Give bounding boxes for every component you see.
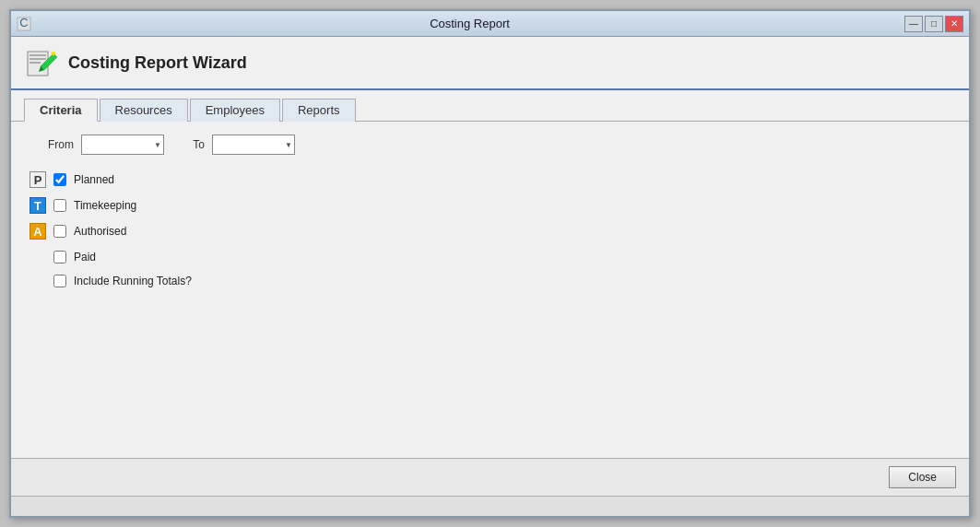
timekeeping-icon-badge: T (30, 197, 46, 214)
running-totals-label: Include Running Totals? (74, 275, 192, 287)
tab-criteria[interactable]: Criteria (24, 99, 98, 122)
planned-checkbox[interactable] (53, 173, 66, 186)
svg-rect-4 (30, 58, 46, 60)
timekeeping-label: Timekeeping (74, 199, 136, 212)
timekeeping-checkbox[interactable] (53, 199, 66, 212)
wizard-title: Costing Report Wizard (68, 53, 247, 73)
to-label: To (179, 138, 205, 151)
timekeeping-row: T Timekeeping (30, 197, 950, 214)
app-icon: C (17, 17, 31, 31)
close-button[interactable]: Close (889, 466, 956, 488)
tabs-section: Criteria Resources Employees Reports (11, 90, 969, 122)
running-totals-row: Include Running Totals? (53, 275, 950, 287)
running-totals-checkbox[interactable] (53, 275, 66, 287)
planned-label: Planned (74, 173, 114, 186)
title-bar-buttons: — □ ✕ (904, 16, 963, 32)
authorised-icon-badge: A (30, 223, 46, 240)
authorised-row: A Authorised (30, 223, 950, 240)
from-label: From (48, 138, 74, 151)
tab-reports[interactable]: Reports (282, 99, 356, 122)
from-dropdown-arrow: ▼ (154, 141, 161, 149)
header-section: Costing Report Wizard (11, 37, 969, 90)
status-bar (11, 496, 969, 516)
tab-employees[interactable]: Employees (190, 99, 280, 122)
from-dropdown[interactable]: ▼ (81, 135, 164, 155)
svg-text:C: C (19, 17, 28, 29)
planned-icon-badge: P (30, 171, 46, 188)
close-window-button[interactable]: ✕ (945, 16, 963, 32)
paid-checkbox[interactable] (53, 251, 66, 264)
paid-label: Paid (74, 251, 96, 264)
restore-button[interactable]: □ (925, 16, 943, 32)
authorised-label: Authorised (74, 225, 126, 238)
paid-row: Paid (30, 249, 950, 265)
paid-spacer (30, 249, 46, 265)
to-dropdown[interactable]: ▼ (212, 135, 295, 155)
svg-rect-5 (30, 62, 41, 64)
from-to-row: From ▼ To ▼ (48, 135, 950, 155)
checkboxes-section: P Planned T Timekeeping A (30, 171, 950, 265)
content-area: From ▼ To ▼ P Planned (11, 122, 969, 458)
to-dropdown-arrow: ▼ (285, 141, 292, 149)
planned-row: P Planned (30, 171, 950, 188)
tab-resources[interactable]: Resources (100, 99, 188, 122)
minimize-button[interactable]: — (904, 16, 923, 32)
window-body: Costing Report Wizard Criteria Resources… (11, 37, 969, 516)
window-title: Costing Report (35, 17, 904, 30)
authorised-checkbox[interactable] (53, 225, 66, 238)
wizard-icon (24, 46, 57, 79)
main-window: C Costing Report — □ ✕ (9, 9, 971, 518)
footer-section: Close (11, 458, 969, 496)
title-bar: C Costing Report — □ ✕ (11, 11, 969, 37)
svg-rect-3 (30, 54, 46, 56)
